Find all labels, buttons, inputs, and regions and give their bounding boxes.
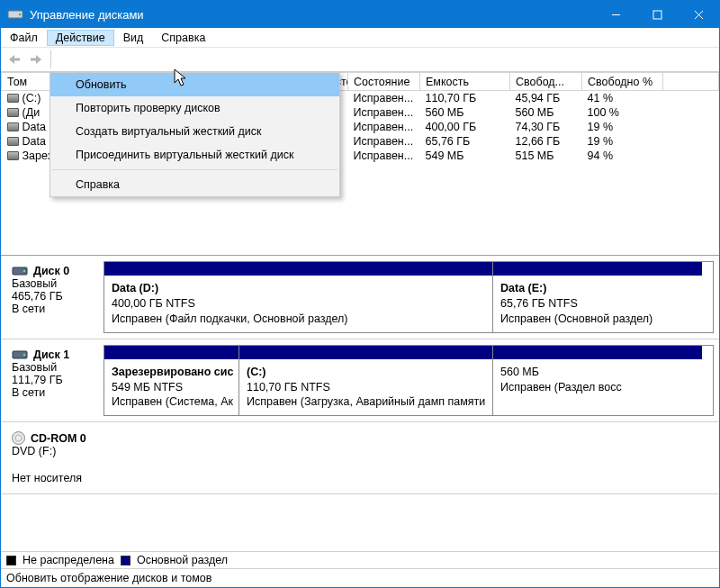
partition[interactable]: Зарезервировано сис 549 МБ NTFS Исправен… xyxy=(104,346,239,416)
col-spacer xyxy=(663,73,719,91)
legend-swatch-unallocated xyxy=(6,556,16,565)
dropdown-item[interactable]: Присоединить виртуальный жесткий диск xyxy=(50,143,339,167)
partition-header xyxy=(104,262,492,276)
volume-name: Data xyxy=(22,135,46,148)
partition-status: Исправен (Загрузка, Аварийный дамп памят… xyxy=(247,395,485,408)
menu-view[interactable]: Вид xyxy=(114,30,153,46)
volume-icon xyxy=(7,108,19,117)
partition-header xyxy=(104,346,238,359)
partition[interactable]: 560 МБ Исправен (Раздел восс xyxy=(493,346,702,416)
back-button[interactable] xyxy=(4,50,24,69)
partition-status: Исправен (Файл подкачки, Основной раздел… xyxy=(112,312,347,325)
volume-name: (C:) xyxy=(22,92,41,104)
volume-free: 560 МБ xyxy=(510,105,582,120)
volume-icon xyxy=(7,122,19,131)
dropdown-item[interactable]: Создать виртуальный жесткий диск xyxy=(50,120,339,143)
partition-title: Зарезервировано сис xyxy=(112,366,233,378)
dropdown-item[interactable]: Повторить проверку дисков xyxy=(50,96,339,120)
toolbar-separator xyxy=(50,50,51,68)
volume-status: Исправен... xyxy=(348,134,420,149)
window-title: Управление дисками xyxy=(30,8,595,22)
disk-state: В сети xyxy=(12,303,98,315)
volume-capacity: 65,76 ГБ xyxy=(420,134,510,149)
disk-name: CD-ROM 0 xyxy=(31,432,86,445)
volume-free-pct: 19 % xyxy=(582,134,663,149)
partition-title: Data (D:) xyxy=(112,282,158,294)
volume-free: 45,94 ГБ xyxy=(510,91,582,106)
disk-type: DVD (F:) xyxy=(12,445,98,457)
partition[interactable]: Data (E:) 65,76 ГБ NTFS Исправен (Основн… xyxy=(493,262,702,332)
partition-status: Исправен (Система, Ак xyxy=(112,395,233,408)
svg-point-9 xyxy=(23,270,25,272)
partition-status: Исправен (Основной раздел) xyxy=(500,312,652,325)
volume-status: Исправен... xyxy=(348,120,420,134)
maximize-button[interactable] xyxy=(636,1,678,28)
partition-size: 560 МБ xyxy=(500,366,539,378)
volume-free-pct: 19 % xyxy=(582,120,663,134)
col-capacity[interactable]: Емкость xyxy=(420,73,510,91)
disk-partitions: Data (D:) 400,00 ГБ NTFS Исправен (Файл … xyxy=(104,261,714,333)
menubar: Файл Действие Вид Справка xyxy=(1,28,719,48)
dropdown-separator xyxy=(52,169,338,170)
partition-size: 400,00 ГБ NTFS xyxy=(112,297,195,310)
volume-free-pct: 41 % xyxy=(582,91,663,106)
disk-name: Диск 0 xyxy=(33,265,69,277)
disk-type: Базовый xyxy=(12,361,98,374)
disk-state: В сети xyxy=(12,386,98,399)
col-status[interactable]: Состояние xyxy=(348,73,420,91)
action-dropdown: ОбновитьПовторить проверку дисковСоздать… xyxy=(50,72,340,197)
disk-partitions: Зарезервировано сис 549 МБ NTFS Исправен… xyxy=(104,345,714,417)
volume-capacity: 549 МБ xyxy=(420,149,510,163)
volume-status: Исправен... xyxy=(348,105,420,120)
disk-label[interactable]: Диск 1 Базовый 111,79 ГБ В сети xyxy=(6,345,104,417)
partition-size: 549 МБ NTFS xyxy=(112,381,183,394)
disk-size: 111,79 ГБ xyxy=(12,374,98,386)
menu-help[interactable]: Справка xyxy=(152,30,214,46)
dropdown-item[interactable]: Обновить xyxy=(50,73,339,96)
svg-rect-7 xyxy=(31,59,37,61)
menu-action[interactable]: Действие xyxy=(47,30,114,46)
volume-name: Data xyxy=(22,121,46,133)
volume-name: (Ди xyxy=(22,106,40,119)
volume-free: 515 МБ xyxy=(510,149,582,163)
col-free-pct[interactable]: Свободно % xyxy=(582,73,663,91)
svg-rect-6 xyxy=(14,59,20,61)
app-icon xyxy=(7,7,23,22)
partition[interactable]: (C:) 110,70 ГБ NTFS Исправен (Загрузка, … xyxy=(239,346,493,416)
partition-status: Исправен (Раздел восс xyxy=(500,381,622,394)
volume-list-pane: Том Расположение Тип Файловая система Со… xyxy=(1,72,719,256)
disk-graphical-pane: Диск 0 Базовый 465,76 ГБ В сети Data (D:… xyxy=(1,256,719,551)
partition-header xyxy=(493,262,702,276)
svg-point-1 xyxy=(19,14,21,15)
col-free[interactable]: Свобод... xyxy=(510,73,582,91)
forward-button[interactable] xyxy=(26,50,46,69)
volume-capacity: 560 МБ xyxy=(420,105,510,120)
disk-size: 465,76 ГБ xyxy=(12,290,98,303)
volume-icon xyxy=(7,94,19,103)
partition-title: Data (E:) xyxy=(500,282,546,294)
dropdown-item[interactable]: Справка xyxy=(50,173,339,196)
volume-capacity: 400,00 ГБ xyxy=(420,120,510,134)
volume-status: Исправен... xyxy=(348,91,420,106)
close-button[interactable] xyxy=(678,1,719,28)
disk-label[interactable]: CD-ROM 0 DVD (F:) Нет носителя xyxy=(6,428,104,488)
legend-label-unallocated: Не распределена xyxy=(22,554,114,566)
minimize-button[interactable] xyxy=(595,1,636,28)
volume-free: 74,30 ГБ xyxy=(510,120,582,134)
disk-label[interactable]: Диск 0 Базовый 465,76 ГБ В сети xyxy=(6,261,104,333)
partition-size: 65,76 ГБ NTFS xyxy=(500,297,578,310)
menu-file[interactable]: Файл xyxy=(1,30,47,46)
svg-rect-3 xyxy=(653,11,662,19)
disk-row: CD-ROM 0 DVD (F:) Нет носителя xyxy=(1,422,719,494)
hdd-icon xyxy=(12,265,28,277)
disk-row: Диск 1 Базовый 111,79 ГБ В сети Зарезерв… xyxy=(1,339,719,423)
legend-label-primary: Основной раздел xyxy=(137,554,228,566)
status-bar: Обновить отображение дисков и томов xyxy=(1,569,719,587)
partition-title: (C:) xyxy=(247,366,266,378)
title-bar: Управление дисками xyxy=(1,1,719,28)
legend: Не распределена Основной раздел xyxy=(1,551,719,569)
partition-header xyxy=(239,346,492,359)
disk-type: Базовый xyxy=(12,277,98,290)
partition[interactable]: Data (D:) 400,00 ГБ NTFS Исправен (Файл … xyxy=(104,262,493,332)
partition-header xyxy=(493,346,702,359)
